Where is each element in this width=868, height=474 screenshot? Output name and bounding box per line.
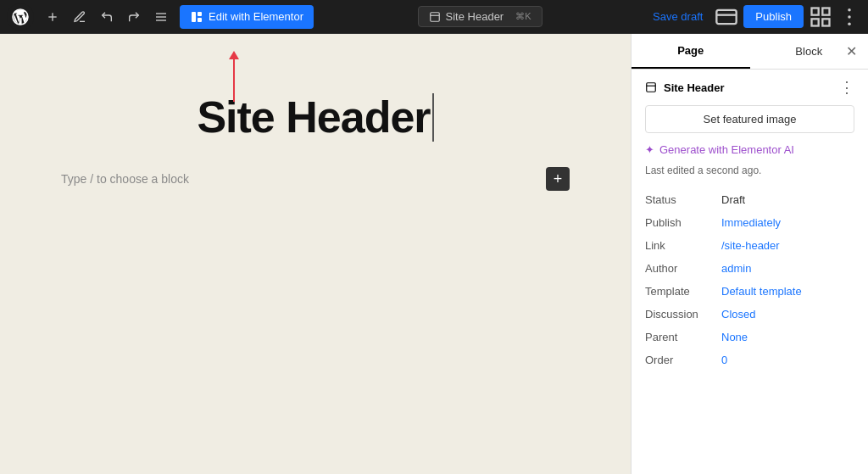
- redo-button[interactable]: [122, 5, 146, 29]
- meta-row-template: Template Default template: [645, 280, 854, 303]
- svg-rect-8: [198, 18, 202, 22]
- toolbar-center: Site Header ⌘K: [317, 6, 643, 27]
- main-toolbar: Edit with Elementor Site Header ⌘K Save …: [0, 0, 868, 34]
- tools-button[interactable]: [68, 5, 92, 29]
- add-block-button[interactable]: +: [546, 167, 570, 191]
- order-label: Order: [645, 349, 721, 371]
- svg-rect-19: [647, 83, 656, 92]
- sidebar-title-text: Site Header: [664, 81, 725, 94]
- arrow-line: [233, 59, 235, 102]
- set-featured-image-button[interactable]: Set featured image: [645, 105, 854, 133]
- status-label: Status: [645, 188, 721, 211]
- elementor-ai-link[interactable]: ✦ Generate with Elementor AI: [645, 143, 854, 156]
- status-value[interactable]: Draft: [721, 188, 854, 211]
- settings-button[interactable]: [809, 5, 832, 29]
- sidebar-section-header: Site Header ⋮: [645, 80, 854, 95]
- toolbar-right: Save draft Publish: [646, 5, 861, 29]
- author-label: Author: [645, 257, 721, 280]
- svg-rect-7: [198, 12, 202, 16]
- meta-row-discussion: Discussion Closed: [645, 303, 854, 326]
- sidebar-content: Site Header ⋮ Set featured image ✦ Gener…: [632, 70, 868, 474]
- svg-rect-6: [192, 12, 196, 22]
- meta-row-author: Author admin: [645, 257, 854, 280]
- link-value[interactable]: /site-header: [721, 234, 854, 257]
- sidebar: Page Block ✕ Site Header ⋮ Set featured …: [631, 34, 868, 474]
- link-label: Link: [645, 234, 721, 257]
- meta-row-publish: Publish Immediately: [645, 211, 854, 234]
- publish-meta-value[interactable]: Immediately: [721, 211, 854, 234]
- save-draft-button[interactable]: Save draft: [646, 7, 709, 26]
- svg-rect-12: [812, 8, 819, 14]
- svg-rect-10: [717, 9, 737, 23]
- add-block-toolbar-button[interactable]: [41, 5, 64, 29]
- svg-rect-9: [430, 12, 439, 21]
- meta-table: Status Draft Publish Immediately Link /s…: [645, 188, 854, 371]
- publish-meta-label: Publish: [645, 211, 721, 234]
- parent-label: Parent: [645, 326, 721, 349]
- svg-rect-13: [822, 8, 829, 14]
- meta-row-link: Link /site-header: [645, 234, 854, 257]
- ai-link-label: Generate with Elementor AI: [659, 143, 794, 156]
- order-value[interactable]: 0: [721, 349, 854, 371]
- meta-row-status: Status Draft: [645, 188, 854, 211]
- sidebar-section-title: Site Header: [645, 81, 725, 94]
- page-name-pill[interactable]: Site Header ⌘K: [418, 6, 542, 27]
- parent-value[interactable]: None: [721, 326, 854, 349]
- undo-button[interactable]: [95, 5, 119, 29]
- tab-page[interactable]: Page: [632, 34, 750, 69]
- svg-rect-15: [812, 19, 819, 25]
- discussion-value[interactable]: Closed: [721, 303, 854, 326]
- discussion-label: Discussion: [645, 303, 721, 326]
- block-placeholder-text: Type / to choose a block: [61, 172, 189, 186]
- sidebar-more-button[interactable]: ⋮: [839, 80, 854, 95]
- sidebar-tabs: Page Block ✕: [632, 34, 868, 70]
- arrow-head: [229, 51, 239, 59]
- document-overview-button[interactable]: [149, 5, 173, 29]
- main-area: Site Header Type / to choose a block + P…: [0, 34, 868, 474]
- block-inserter-arrow: [229, 51, 239, 102]
- template-label: Template: [645, 280, 721, 303]
- publish-button[interactable]: Publish: [743, 5, 804, 28]
- sparkle-icon: ✦: [645, 143, 654, 156]
- edit-with-elementor-button[interactable]: Edit with Elementor: [180, 5, 314, 29]
- svg-point-17: [848, 15, 851, 19]
- canvas: Site Header Type / to choose a block +: [0, 34, 631, 474]
- last-edited-text: Last edited a second ago.: [645, 165, 854, 176]
- meta-row-parent: Parent None: [645, 326, 854, 349]
- template-value[interactable]: Default template: [721, 280, 854, 303]
- meta-row-order: Order 0: [645, 349, 854, 371]
- page-name-label: Site Header: [446, 10, 504, 23]
- wp-logo[interactable]: [7, 3, 34, 31]
- block-inserter-row: Type / to choose a block +: [61, 167, 570, 191]
- svg-rect-14: [822, 19, 829, 25]
- more-options-button[interactable]: [837, 5, 861, 29]
- elementor-button-label: Edit with Elementor: [209, 10, 303, 23]
- shortcut-label: ⌘K: [515, 11, 531, 22]
- preview-button[interactable]: [715, 5, 738, 29]
- sidebar-close-button[interactable]: ✕: [841, 42, 861, 62]
- svg-point-16: [848, 8, 851, 12]
- svg-point-18: [848, 22, 851, 25]
- author-value[interactable]: admin: [721, 257, 854, 280]
